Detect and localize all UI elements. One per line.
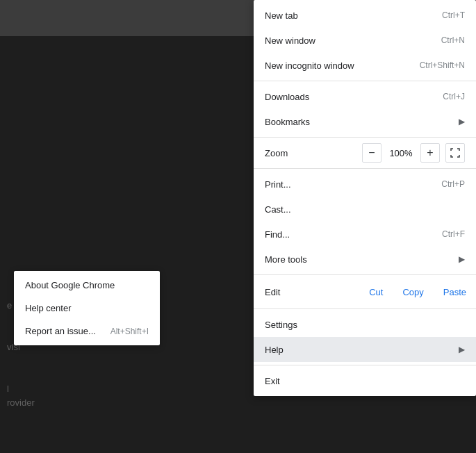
more-tools-label: More tools xyxy=(265,254,307,265)
divider-1 xyxy=(254,81,476,81)
menu-item-print[interactable]: Print... Ctrl+P xyxy=(254,172,476,197)
bg-text-3: l xyxy=(7,384,9,394)
zoom-minus-button[interactable]: − xyxy=(362,143,381,163)
copy-button[interactable]: Copy xyxy=(393,283,433,302)
bookmarks-arrow-icon: ▶ xyxy=(459,117,465,126)
cast-label: Cast... xyxy=(265,204,291,215)
divider-3 xyxy=(254,168,476,169)
paste-button[interactable]: Paste xyxy=(434,283,476,302)
divider-4 xyxy=(254,274,476,275)
zoom-row: Zoom − 100% + xyxy=(254,140,476,165)
downloads-shortcut: Ctrl+J xyxy=(443,92,465,101)
print-label: Print... xyxy=(265,179,291,190)
report-issue-shortcut: Alt+Shift+I xyxy=(110,327,149,336)
new-tab-shortcut: Ctrl+T xyxy=(442,10,465,20)
help-submenu: About Google Chrome Help center Report a… xyxy=(14,271,160,345)
submenu-item-help[interactable]: Help center xyxy=(14,297,160,320)
zoom-fullscreen-button[interactable] xyxy=(445,143,465,163)
zoom-value: 100% xyxy=(387,148,415,158)
menu-item-incognito-window[interactable]: New incognito window Ctrl+Shift+N xyxy=(254,53,476,78)
settings-label: Settings xyxy=(265,320,297,330)
edit-row: Edit Cut Copy Paste xyxy=(254,278,476,306)
exit-label: Exit xyxy=(265,376,280,386)
help-center-label: Help center xyxy=(25,303,71,313)
divider-2 xyxy=(254,137,476,138)
submenu-item-about[interactable]: About Google Chrome xyxy=(14,274,160,297)
menu-item-more-tools[interactable]: More tools ▶ xyxy=(254,247,476,272)
new-tab-label: New tab xyxy=(265,10,298,21)
zoom-plus-button[interactable]: + xyxy=(420,143,440,163)
report-issue-label: Report an issue... xyxy=(25,326,96,336)
zoom-controls: − 100% + xyxy=(362,143,465,163)
menu-item-find[interactable]: Find... Ctrl+F xyxy=(254,222,476,247)
menu-item-exit[interactable]: Exit xyxy=(254,368,476,393)
menu-item-cast[interactable]: Cast... xyxy=(254,197,476,222)
chrome-menu: New tab Ctrl+T New window Ctrl+N New inc… xyxy=(254,0,476,396)
new-window-label: New window xyxy=(265,35,315,46)
menu-item-downloads[interactable]: Downloads Ctrl+J xyxy=(254,84,476,109)
edit-buttons: Cut Copy Paste xyxy=(359,283,476,302)
menu-item-help[interactable]: Help ▶ xyxy=(254,337,476,362)
cut-button[interactable]: Cut xyxy=(359,283,393,302)
menu-item-new-tab[interactable]: New tab Ctrl+T xyxy=(254,3,476,28)
print-shortcut: Ctrl+P xyxy=(441,179,465,189)
find-label: Find... xyxy=(265,229,290,240)
downloads-label: Downloads xyxy=(265,92,309,102)
edit-label: Edit xyxy=(254,287,359,297)
more-tools-arrow-icon: ▶ xyxy=(459,254,465,264)
find-shortcut: Ctrl+F xyxy=(442,229,465,239)
divider-6 xyxy=(254,365,476,365)
bookmarks-label: Bookmarks xyxy=(265,117,310,127)
help-arrow-icon: ▶ xyxy=(459,345,465,354)
incognito-window-shortcut: Ctrl+Shift+N xyxy=(420,60,465,70)
menu-item-settings[interactable]: Settings xyxy=(254,312,476,337)
submenu-item-report[interactable]: Report an issue... Alt+Shift+I xyxy=(14,320,160,343)
help-label: Help xyxy=(265,345,284,355)
bg-text-4: rovider xyxy=(7,397,35,408)
menu-item-bookmarks[interactable]: Bookmarks ▶ xyxy=(254,109,476,134)
zoom-label: Zoom xyxy=(265,148,362,158)
divider-5 xyxy=(254,308,476,309)
about-chrome-label: About Google Chrome xyxy=(25,280,115,290)
new-window-shortcut: Ctrl+N xyxy=(441,35,465,45)
menu-item-new-window[interactable]: New window Ctrl+N xyxy=(254,28,476,53)
incognito-window-label: New incognito window xyxy=(265,60,354,71)
